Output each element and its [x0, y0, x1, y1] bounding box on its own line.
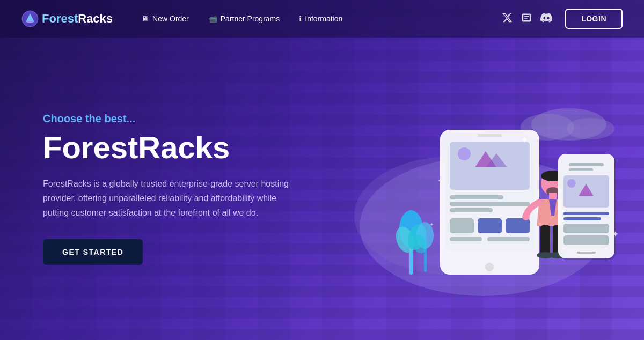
news-icon[interactable] [521, 12, 532, 26]
sparkle-1: ✦ [521, 135, 529, 145]
svg-rect-44 [569, 163, 604, 166]
svg-rect-37 [540, 225, 550, 255]
info-icon: ℹ [299, 14, 302, 23]
svg-rect-53 [577, 252, 596, 254]
svg-point-7 [566, 118, 614, 139]
login-button[interactable]: LOGIN [565, 9, 623, 29]
social-links [502, 12, 552, 26]
svg-point-22 [458, 147, 471, 160]
hero-tagline: Choose the best... [43, 113, 322, 125]
illustration-wrapper: ✦ ✦ ✦ ✦ [322, 76, 623, 301]
svg-rect-29 [450, 237, 482, 241]
svg-rect-25 [450, 208, 493, 212]
nav-new-order[interactable]: 🖥 New Order [134, 10, 196, 27]
svg-rect-28 [506, 218, 530, 233]
svg-point-48 [567, 179, 576, 188]
hero-svg: ✦ ✦ ✦ ✦ [322, 76, 623, 301]
logo[interactable]: ForestRacks [21, 10, 113, 27]
svg-rect-23 [450, 195, 503, 199]
hero-section: ForestRacks 🖥 New Order 📹 Partner Progra… [0, 0, 644, 340]
svg-rect-24 [450, 202, 530, 206]
svg-rect-35 [549, 193, 557, 199]
hero-content: Choose the best... ForestRacks ForestRac… [0, 38, 644, 340]
hero-illustration: ✦ ✦ ✦ ✦ [322, 38, 623, 340]
monitor-icon: 🖥 [142, 14, 149, 23]
svg-rect-52 [564, 235, 609, 245]
svg-rect-26 [450, 218, 474, 233]
hero-text-block: Choose the best... ForestRacks ForestRac… [43, 113, 322, 265]
nav-links: 🖥 New Order 📹 Partner Programs ℹ Informa… [134, 10, 502, 27]
svg-rect-30 [487, 237, 530, 241]
svg-rect-2 [27, 21, 33, 23]
sparkle-2: ✦ [437, 176, 444, 185]
svg-point-18 [485, 263, 494, 271]
nav-information[interactable]: ℹ Information [291, 10, 350, 27]
navbar: ForestRacks 🖥 New Order 📹 Partner Progra… [0, 0, 644, 38]
camera-icon: 📹 [208, 14, 217, 23]
discord-icon[interactable] [540, 12, 552, 26]
svg-point-36 [522, 213, 530, 220]
sparkle-4: ✦ [429, 221, 434, 227]
logo-icon [21, 10, 39, 27]
nav-partner-programs[interactable]: 📹 Partner Programs [201, 10, 287, 27]
svg-rect-50 [564, 217, 601, 220]
svg-rect-27 [478, 218, 502, 233]
hero-brand-title: ForestRacks [43, 130, 322, 165]
hero-description: ForestRacks is a globally trusted enterp… [43, 176, 290, 220]
svg-rect-17 [478, 134, 502, 137]
svg-rect-45 [569, 168, 593, 171]
sparkle-3: ✦ [612, 230, 619, 239]
twitter-icon[interactable] [502, 12, 513, 26]
get-started-button[interactable]: GET STARTED [43, 239, 143, 265]
svg-rect-51 [564, 224, 609, 233]
logo-text: ForestRacks [42, 12, 113, 26]
svg-rect-49 [564, 212, 609, 215]
